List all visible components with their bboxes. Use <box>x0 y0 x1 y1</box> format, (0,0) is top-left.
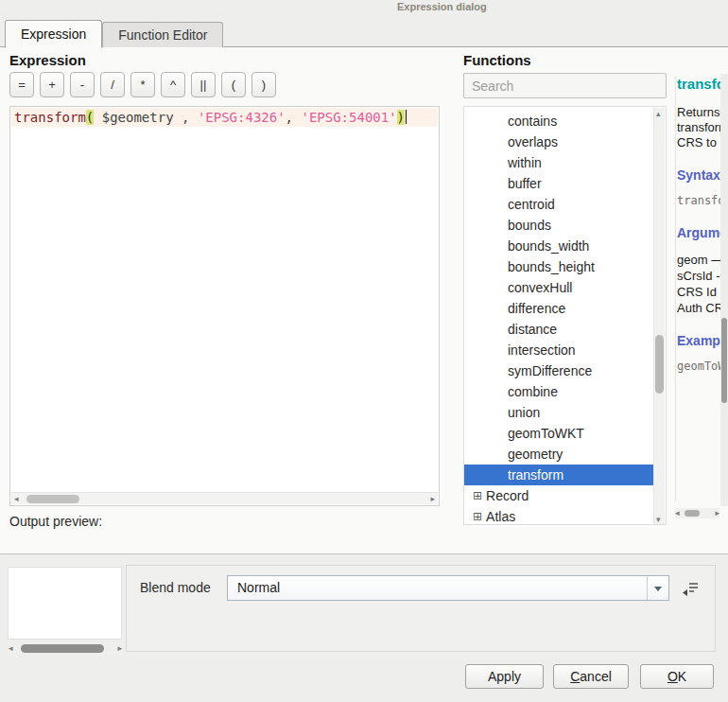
group-label: Atlas <box>486 506 515 525</box>
help-description-line: Returns <box>677 105 720 120</box>
functions-list[interactable]: contains overlaps within buffer centroid… <box>463 106 667 525</box>
list-item[interactable]: bounds_height <box>464 256 655 277</box>
help-argument-line: CRS Id <box>677 284 720 300</box>
list-item[interactable]: combine <box>464 381 655 402</box>
code-close-bracket-token: ) <box>397 110 405 125</box>
expression-editor[interactable]: transform( $geometry , 'EPSG:4326', 'EPS… <box>9 106 440 506</box>
operator-equals-button[interactable]: = <box>9 72 34 97</box>
list-item[interactable]: bounds_width <box>464 236 655 256</box>
list-item[interactable]: within <box>464 152 655 173</box>
scrollbar-thumb[interactable] <box>721 318 727 403</box>
group-label: Record <box>486 485 529 506</box>
help-syntax-code: transform( <box>677 194 720 208</box>
tab-bar: Expression Function Editor <box>5 19 223 47</box>
code-geometry-token: $geometry <box>94 110 182 125</box>
dialog-title: Expression dialog <box>397 1 487 12</box>
ok-mnemonic: O <box>667 669 678 684</box>
editor-horizontal-scrollbar[interactable]: ◂ ▸ <box>11 492 438 504</box>
list-item[interactable]: intersection <box>464 340 655 360</box>
function-help-panel: transform Returns transformed CRS to Syn… <box>675 76 720 501</box>
help-argument-line: sCrsId - <box>677 268 720 284</box>
scroll-left-icon[interactable]: ◂ <box>9 642 13 654</box>
scrollbar-thumb[interactable] <box>685 510 700 517</box>
help-horizontal-scrollbar[interactable]: ◂ ▸ <box>675 508 719 518</box>
list-item[interactable]: overlaps <box>464 132 655 152</box>
list-item[interactable]: bounds <box>464 215 655 236</box>
code-string-epsg54001-token: 'EPSG:54001' <box>301 110 396 125</box>
blend-mode-value: Normal <box>237 580 280 595</box>
list-item[interactable]: contains <box>464 111 655 132</box>
operator-divide-button[interactable]: / <box>100 72 125 97</box>
scrollbar-thumb[interactable] <box>655 335 664 394</box>
ok-label-rest: K <box>678 669 686 684</box>
blend-mode-select[interactable]: Normal <box>227 575 669 601</box>
operator-open-paren-button[interactable]: ( <box>221 72 246 97</box>
help-argument-line: geom — <box>677 252 720 268</box>
ok-button[interactable]: OK <box>640 664 714 689</box>
list-item[interactable]: geometry <box>464 444 655 465</box>
scroll-down-icon[interactable]: ▾ <box>656 514 661 525</box>
operator-concat-button[interactable]: || <box>191 72 216 97</box>
code-comma-token: , <box>182 110 198 125</box>
expand-plus-icon[interactable] <box>473 485 482 506</box>
help-description-line: transformed <box>677 120 720 135</box>
help-argument-line: Auth CR <box>677 300 720 316</box>
operator-power-button[interactable]: ^ <box>161 72 185 97</box>
list-item[interactable]: distance <box>464 319 655 340</box>
list-item[interactable]: union <box>464 402 655 423</box>
functions-list-vertical-scrollbar[interactable]: ▴ ▾ <box>653 108 665 525</box>
dropdown-chevron-zone[interactable] <box>647 576 668 600</box>
help-arguments-heading: Arguments <box>677 225 720 240</box>
scrollbar-thumb[interactable] <box>26 495 79 503</box>
expression-heading: Expression <box>9 52 86 68</box>
chevron-down-icon <box>654 587 662 591</box>
cancel-label-rest: ancel <box>580 669 611 684</box>
search-input[interactable] <box>463 73 667 98</box>
help-example-code: geomToWKT( <box>677 360 720 374</box>
list-group-record[interactable]: Record <box>464 485 655 506</box>
expression-code-line[interactable]: transform( $geometry , 'EPSG:4326', 'EPS… <box>11 108 438 127</box>
code-comma-token: , <box>286 110 302 125</box>
list-group-atlas[interactable]: Atlas <box>464 506 655 525</box>
help-title: transform <box>677 76 720 92</box>
scrollbar-thumb[interactable] <box>21 644 104 653</box>
operator-multiply-button[interactable]: * <box>130 72 155 97</box>
data-defined-override-icon <box>682 579 701 598</box>
scroll-right-icon[interactable]: ▸ <box>430 493 435 504</box>
operator-minus-button[interactable]: - <box>70 72 95 97</box>
scroll-right-icon[interactable]: ▸ <box>715 507 719 518</box>
list-item-selected-transform[interactable]: transform <box>464 465 655 485</box>
list-item[interactable]: centroid <box>464 194 655 215</box>
scroll-up-icon[interactable]: ▴ <box>656 108 661 119</box>
apply-button[interactable]: Apply <box>465 664 544 689</box>
help-vertical-scrollbar[interactable] <box>720 74 728 506</box>
layer-preview-box <box>8 567 122 640</box>
list-item[interactable]: symDifference <box>464 360 655 381</box>
operator-close-paren-button[interactable]: ) <box>251 72 276 97</box>
expand-plus-icon[interactable] <box>473 506 482 525</box>
list-item[interactable]: difference <box>464 298 655 319</box>
data-defined-override-button[interactable] <box>679 577 703 600</box>
tab-function-editor[interactable]: Function Editor <box>102 22 223 47</box>
scroll-left-icon[interactable]: ◂ <box>675 507 680 518</box>
code-function-token: transform <box>14 110 86 125</box>
expression-dialog: { "dialog": { "title": "Expression dialo… <box>0 0 728 702</box>
list-item[interactable]: convexHull <box>464 277 655 298</box>
list-item[interactable]: buffer <box>464 173 655 194</box>
tab-expression[interactable]: Expression <box>5 20 102 48</box>
help-description-line: CRS to <box>677 135 720 150</box>
code-string-epsg4326-token: 'EPSG:4326' <box>198 110 286 125</box>
list-item[interactable]: geomToWKT <box>464 423 655 444</box>
operator-button-row: = + - / * ^ || ( ) <box>9 72 276 97</box>
scroll-right-icon[interactable]: ▸ <box>117 642 122 654</box>
preview-horizontal-scrollbar[interactable]: ◂ ▸ <box>8 642 123 655</box>
operator-plus-button[interactable]: + <box>40 72 64 97</box>
scroll-left-icon[interactable]: ◂ <box>14 493 19 504</box>
functions-heading: Functions <box>463 52 531 68</box>
cancel-button[interactable]: Cancel <box>553 664 629 689</box>
blend-mode-label: Blend mode <box>140 580 211 595</box>
help-syntax-heading: Syntax <box>677 167 720 183</box>
output-preview-label: Output preview: <box>9 514 102 529</box>
help-examples-heading: Examples <box>677 333 720 348</box>
help-arguments: geom — sCrsId - CRS Id Auth CR <box>677 252 720 316</box>
